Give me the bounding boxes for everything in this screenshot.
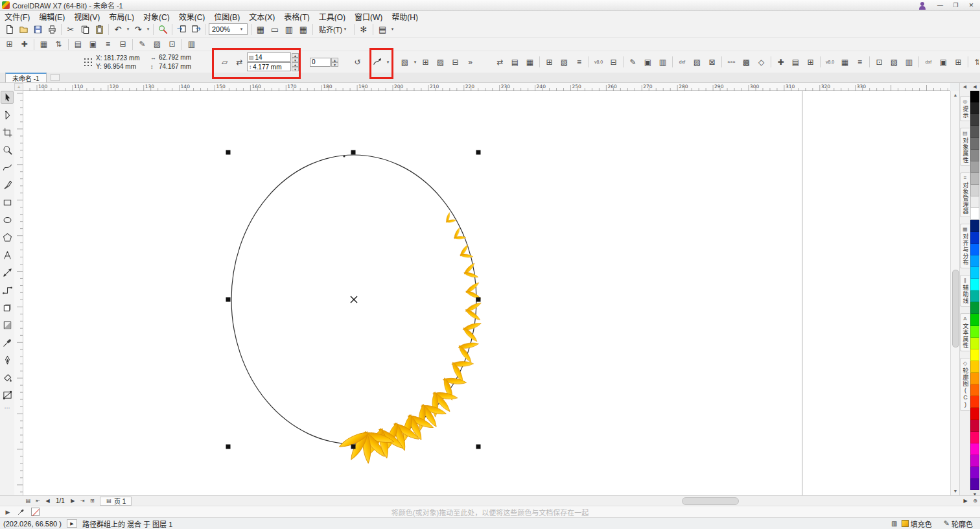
menu-file[interactable]: 文件(F) [0, 11, 34, 21]
new-document-icon[interactable] [2, 23, 16, 36]
zoom-dropdown-icon[interactable]: ▾ [239, 27, 244, 32]
scroll-right-icon[interactable]: ▶ [961, 497, 970, 506]
menu-text[interactable]: 文本(X) [244, 11, 279, 21]
next-page-icon[interactable]: ▶ [68, 497, 78, 506]
minimize-button[interactable]: — [933, 1, 947, 10]
menu-window[interactable]: 窗口(W) [350, 11, 387, 21]
undo-icon[interactable]: ↶ [111, 23, 125, 36]
zoom-tool-icon[interactable] [1, 143, 14, 156]
palette-swatch[interactable] [970, 455, 979, 467]
fullscreen-preview-icon[interactable]: ▭ [268, 23, 282, 36]
first-page-icon[interactable]: ⇤ [33, 497, 43, 506]
y-value[interactable]: 96.954 mm [104, 63, 136, 70]
palette-swatch[interactable] [970, 396, 979, 408]
docker-tab-object-properties[interactable]: ▤对象属性 [960, 128, 970, 166]
width-value[interactable]: 62.792 mm [159, 54, 191, 61]
rectangle-tool-icon[interactable] [1, 196, 14, 209]
toolbar-icon[interactable]: ✎ [135, 38, 150, 50]
horizontal-ruler[interactable]: 1001101201301401501601701801902002102202… [23, 83, 950, 91]
toolbar-icon[interactable]: v8.0 [591, 56, 606, 68]
scroll-up-icon[interactable]: ▲ [951, 91, 960, 99]
toolbar-icon[interactable]: dxf [921, 56, 936, 68]
blend-direction-input[interactable] [312, 58, 329, 65]
snap-to-button[interactable]: 贴齐(T) ▾ [315, 23, 352, 35]
drop-shadow-tool-icon[interactable] [1, 301, 14, 314]
document-tab[interactable]: 未命名 -1 [5, 73, 47, 82]
palette-swatch[interactable] [970, 443, 979, 455]
palette-swatch[interactable] [970, 349, 979, 361]
palette-swatch[interactable] [970, 478, 979, 490]
user-account-icon[interactable] [917, 1, 928, 10]
palette-swatch[interactable] [970, 91, 979, 102]
palette-swatch[interactable] [970, 432, 979, 443]
x-value[interactable]: 181.723 mm [104, 54, 140, 62]
import-icon[interactable] [174, 23, 189, 36]
new-view-button[interactable] [51, 74, 60, 81]
redo-dropdown-icon[interactable]: ▾ [145, 27, 151, 32]
zoom-corner-icon[interactable]: ⊕ [970, 497, 980, 506]
horizontal-scrollbar-thumb[interactable] [682, 497, 739, 505]
blend-direction-field[interactable] [310, 58, 331, 67]
toolbar-icon[interactable]: ⊟ [606, 56, 621, 68]
toolbar-icon[interactable]: ⊡ [165, 38, 180, 50]
toolbar-icon[interactable]: ▤ [788, 56, 803, 68]
toolbar-options-dropdown-icon[interactable]: ▾ [390, 27, 395, 32]
last-page-icon[interactable]: ⇥ [78, 497, 88, 506]
palette-swatch[interactable] [970, 267, 979, 279]
toolbar-icon[interactable]: ▦ [36, 38, 51, 50]
cut-icon[interactable]: ✂ [64, 23, 78, 36]
add-page-icon[interactable]: ⊞ [88, 497, 97, 506]
toolbar-icon[interactable]: ⊞ [951, 56, 966, 68]
menu-tools[interactable]: 工具(O) [314, 11, 350, 21]
palette-swatch[interactable] [970, 173, 979, 185]
ruler-origin-button[interactable]: + [14, 83, 23, 91]
blend-steps-field[interactable]: ▤ [247, 53, 291, 62]
previous-page-icon[interactable]: ◀ [43, 497, 52, 506]
toolbar-icon[interactable]: ▣ [640, 56, 655, 68]
palette-swatch[interactable] [970, 361, 979, 373]
undo-dropdown-icon[interactable]: ▾ [125, 27, 131, 32]
toolbar-icon[interactable]: ▧ [557, 56, 572, 68]
vertical-scrollbar-thumb[interactable] [952, 270, 959, 347]
application-launcher-icon[interactable]: ▦ [253, 23, 268, 36]
toolbar-icon[interactable]: ✎ [625, 56, 640, 68]
object-position-fields[interactable]: X:181.723 mm Y:96.954 mm [96, 54, 140, 71]
shape-tool-icon[interactable] [1, 108, 14, 121]
toolbar-icon[interactable]: ≡ [100, 38, 115, 50]
toolbar-icon[interactable]: ▦ [522, 56, 537, 68]
blend-steps-input[interactable] [255, 54, 289, 61]
toolbar-icon[interactable]: ▩ [739, 56, 754, 68]
palette-swatch[interactable] [970, 232, 979, 244]
no-color-well[interactable] [31, 508, 40, 516]
connector-tool-icon[interactable] [1, 283, 14, 296]
toolbar-icon[interactable]: ⊟ [115, 38, 130, 50]
menu-object[interactable]: 对象(C) [139, 11, 174, 21]
blend-steps-spinner[interactable]: ▲▼▲▼ [292, 53, 299, 71]
toolbar-icon[interactable]: ⊡ [872, 56, 887, 68]
toolbar-icon[interactable]: ≡ [852, 56, 867, 68]
start-end-dropdown-icon[interactable]: ▾ [412, 60, 418, 65]
palette-swatch[interactable] [970, 208, 979, 220]
open-document-icon[interactable] [16, 23, 30, 36]
fill-tool-icon[interactable] [1, 371, 14, 384]
menu-edit[interactable]: 编辑(E) [34, 11, 69, 21]
toolbar-icon[interactable]: ⇄ [493, 56, 508, 68]
snap-dropdown-icon[interactable]: ▾ [342, 27, 348, 32]
blend-spacing-input[interactable] [253, 64, 289, 71]
toolbar-icon[interactable]: ≡ [572, 56, 587, 68]
export-icon[interactable] [189, 23, 203, 36]
menu-view[interactable]: 视图(V) [69, 11, 104, 21]
toolbar-icon[interactable]: ▤ [508, 56, 522, 68]
menu-bitmaps[interactable]: 位图(B) [209, 11, 244, 21]
palette-swatch[interactable] [970, 255, 979, 267]
palette-swatch[interactable] [970, 161, 979, 173]
palette-swatch[interactable] [970, 408, 979, 419]
toolbar-icon[interactable]: v8.0 [822, 56, 837, 68]
palette-swatch[interactable] [970, 314, 979, 325]
palette-top-button[interactable]: ◀ [970, 83, 980, 91]
scroll-down-icon[interactable]: ▼ [951, 487, 960, 495]
record-play-icon[interactable]: ▶ [67, 519, 77, 528]
ellipse-tool-icon[interactable] [1, 213, 14, 226]
toolbar-icon[interactable]: ⊠ [705, 56, 719, 68]
palette-swatch[interactable] [970, 244, 979, 255]
